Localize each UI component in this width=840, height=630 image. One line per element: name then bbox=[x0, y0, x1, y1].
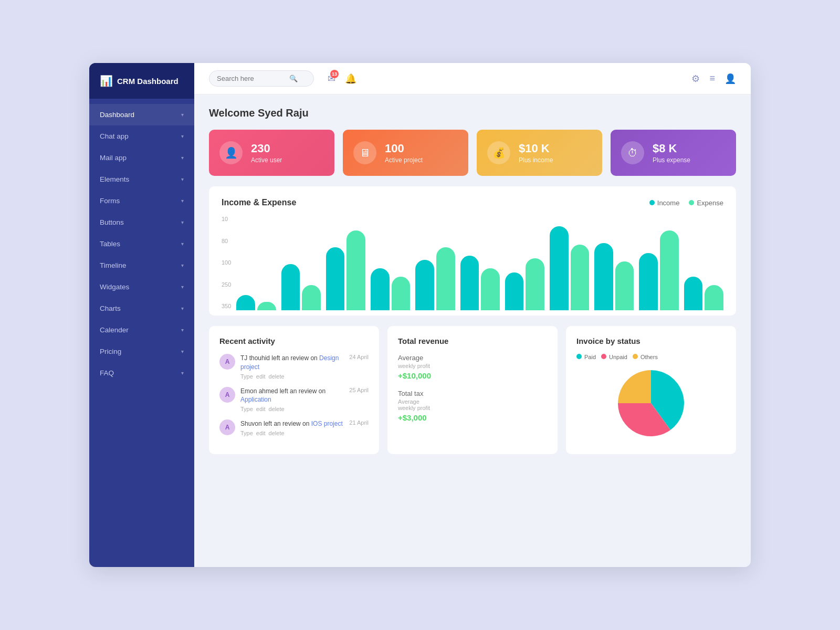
bar-expense bbox=[660, 230, 679, 310]
activity-content: Shuvon left an review on IOS project Typ… bbox=[240, 419, 344, 436]
legend-label: Expense bbox=[697, 199, 723, 207]
bar-group bbox=[594, 243, 634, 310]
bar-expense bbox=[302, 285, 321, 310]
bell-icon: 🔔 bbox=[345, 74, 356, 84]
stat-card-value: $8 K bbox=[653, 142, 690, 155]
sidebar-item-widgates[interactable]: Widgates▾ bbox=[89, 276, 194, 298]
bar-income bbox=[639, 253, 658, 310]
activity-action[interactable]: Type bbox=[240, 373, 253, 380]
bar-expense bbox=[615, 261, 634, 310]
header: 🔍 ✉ 13 🔔 ⚙ ≡ 👤 bbox=[194, 63, 751, 94]
bar-income bbox=[326, 247, 345, 310]
user-icon[interactable]: 👤 bbox=[724, 73, 736, 85]
activity-action[interactable]: Type bbox=[240, 406, 253, 412]
chevron-down-icon: ▾ bbox=[181, 241, 184, 247]
sidebar-item-buttons[interactable]: Buttons▾ bbox=[89, 212, 194, 233]
sidebar-logo: 📊 CRM Dashboard bbox=[89, 63, 194, 99]
pie-legend: PaidUnpaidOthers bbox=[576, 354, 726, 360]
sidebar-item-faq[interactable]: FAQ▾ bbox=[89, 362, 194, 384]
list-icon[interactable]: ≡ bbox=[709, 73, 715, 84]
activity-content: Emon ahmed left an review on Application… bbox=[240, 387, 344, 413]
activity-action[interactable]: Type bbox=[240, 430, 253, 436]
stat-card-value: 230 bbox=[251, 142, 282, 155]
activity-action[interactable]: delete bbox=[269, 406, 285, 412]
pie-legend-label: Unpaid bbox=[609, 354, 627, 360]
bar-group bbox=[236, 295, 276, 310]
sidebar-item-elements[interactable]: Elements▾ bbox=[89, 169, 194, 190]
revenue-sublabel: Averageweekly profit bbox=[398, 398, 547, 411]
activity-date: 25 April bbox=[349, 387, 369, 393]
activity-avatar: A bbox=[219, 354, 235, 370]
stat-card-icon: 👤 bbox=[219, 141, 243, 164]
stat-card-icon: ⏱ bbox=[621, 141, 644, 164]
bar-income bbox=[415, 260, 434, 310]
sidebar-item-charts[interactable]: Charts▾ bbox=[89, 298, 194, 319]
chart-section: Income & Expense IncomeExpense 350250100… bbox=[209, 186, 736, 316]
activity-item: A TJ thouhid left an review on Design pr… bbox=[219, 354, 369, 380]
sidebar-item-tables[interactable]: Tables▾ bbox=[89, 233, 194, 255]
bar-income bbox=[684, 277, 703, 310]
activity-action[interactable]: edit bbox=[256, 406, 266, 412]
activity-action[interactable]: delete bbox=[269, 373, 285, 380]
search-box[interactable]: 🔍 bbox=[209, 70, 314, 87]
chevron-down-icon: ▾ bbox=[181, 262, 184, 268]
stat-card-0: 👤 230 Active user bbox=[209, 130, 334, 176]
chart-legend: IncomeExpense bbox=[649, 199, 723, 207]
activity-item: A Emon ahmed left an review on Applicati… bbox=[219, 387, 369, 413]
sidebar-item-calender[interactable]: Calender▾ bbox=[89, 319, 194, 341]
activity-action[interactable]: edit bbox=[256, 430, 266, 436]
activity-avatar: A bbox=[219, 419, 235, 435]
stat-cards: 👤 230 Active user 🖥 100 Active project 💰… bbox=[209, 130, 736, 176]
sidebar-item-forms[interactable]: Forms▾ bbox=[89, 190, 194, 212]
chevron-down-icon: ▾ bbox=[181, 370, 184, 376]
stat-card-1: 🖥 100 Active project bbox=[343, 130, 468, 176]
sidebar-item-timeline[interactable]: Timeline▾ bbox=[89, 255, 194, 276]
header-right: ⚙ ≡ 👤 bbox=[691, 73, 736, 85]
chevron-down-icon: ▾ bbox=[181, 176, 184, 182]
activity-action[interactable]: edit bbox=[256, 373, 266, 380]
legend-dot bbox=[689, 200, 694, 205]
legend-label: Income bbox=[657, 199, 680, 207]
y-label: 100 bbox=[222, 259, 231, 266]
sidebar-item-chat-app[interactable]: Chat app▾ bbox=[89, 125, 194, 147]
stat-card-label: Plus income bbox=[519, 156, 553, 164]
activity-link[interactable]: IOS project bbox=[311, 420, 343, 427]
stat-card-2: 💰 $10 K Plus income bbox=[477, 130, 602, 176]
bar-income bbox=[281, 264, 300, 310]
bar-expense bbox=[571, 245, 590, 310]
bar-income bbox=[371, 268, 390, 310]
activity-action[interactable]: delete bbox=[269, 430, 285, 436]
sidebar-item-label: Charts bbox=[100, 304, 181, 312]
search-input[interactable] bbox=[217, 75, 285, 82]
stat-card-label: Active user bbox=[251, 156, 282, 164]
stat-card-icon: 🖥 bbox=[353, 141, 376, 164]
bar-group bbox=[415, 247, 455, 310]
legend-item: Income bbox=[649, 199, 680, 207]
bell-icon-wrap[interactable]: 🔔 bbox=[345, 73, 356, 85]
chevron-down-icon: ▾ bbox=[181, 155, 184, 161]
mail-badge: 13 bbox=[330, 70, 339, 78]
activity-text: Emon ahmed left an review on Application bbox=[240, 387, 344, 405]
stat-card-label: Plus expense bbox=[653, 156, 690, 164]
settings-icon[interactable]: ⚙ bbox=[691, 73, 700, 85]
chart-y-labels: 3502501008010 bbox=[222, 216, 231, 310]
y-label: 350 bbox=[222, 303, 231, 309]
sidebar-item-label: Widgates bbox=[100, 283, 181, 291]
sidebar-item-label: Tables bbox=[100, 240, 181, 248]
pie-legend-item: Others bbox=[633, 354, 658, 360]
pie-legend-item: Unpaid bbox=[601, 354, 627, 360]
y-label: 10 bbox=[222, 216, 231, 222]
sidebar-item-dashboard[interactable]: Dashboard▾ bbox=[89, 104, 194, 125]
activity-link[interactable]: Application bbox=[240, 396, 271, 403]
pie-segment-others bbox=[618, 370, 651, 403]
stat-card-value: 100 bbox=[385, 142, 423, 155]
activity-link[interactable]: Design project bbox=[240, 354, 339, 371]
sidebar-item-pricing[interactable]: Pricing▾ bbox=[89, 341, 194, 362]
pie-legend-label: Others bbox=[640, 354, 658, 360]
pie-legend-label: Paid bbox=[584, 354, 596, 360]
mail-icon-wrap[interactable]: ✉ 13 bbox=[328, 73, 335, 85]
activity-content: TJ thouhid left an review on Design proj… bbox=[240, 354, 344, 380]
pie-wrap bbox=[576, 366, 726, 440]
pie-legend-dot bbox=[633, 354, 638, 359]
sidebar-item-mail-app[interactable]: Mail app▾ bbox=[89, 147, 194, 169]
